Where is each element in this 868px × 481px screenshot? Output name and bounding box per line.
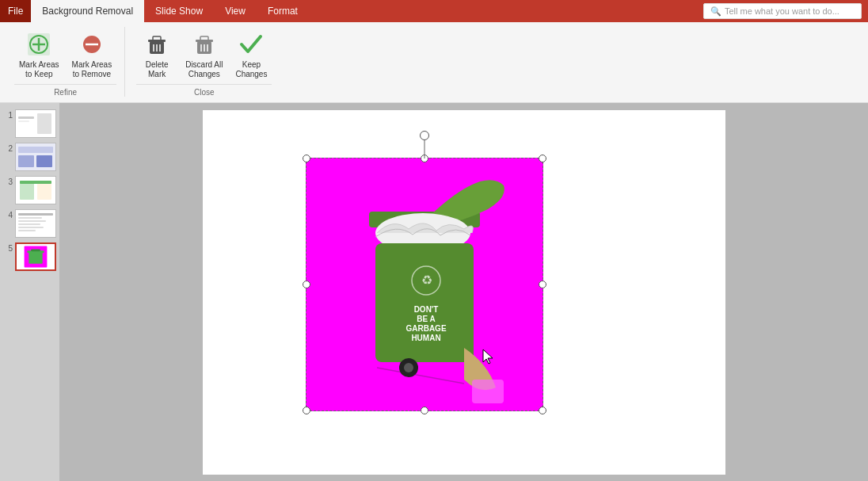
ribbon-group-close: DeleteMark Discard AllCha bbox=[125, 27, 280, 97]
slide-preview-4 bbox=[15, 209, 56, 238]
refine-buttons: Mark Areasto Keep Mark Areasto Remove bbox=[14, 27, 116, 84]
delete-mark-button[interactable]: DeleteMark bbox=[136, 27, 177, 84]
svg-rect-8 bbox=[153, 36, 161, 40]
discard-changes-button[interactable]: Discard AllChanges bbox=[181, 27, 227, 84]
tab-background-removal[interactable]: Background Removal bbox=[31, 0, 144, 22]
ribbon-content: Mark Areasto Keep Mark Areasto Remove Re… bbox=[0, 22, 868, 103]
mark-keep-label: Mark Areasto Keep bbox=[19, 60, 59, 79]
svg-rect-45 bbox=[375, 243, 474, 362]
tab-file[interactable]: File bbox=[0, 0, 31, 22]
keep-label: KeepChanges bbox=[235, 60, 267, 79]
slide-preview-2 bbox=[15, 143, 56, 171]
slide-preview-3 bbox=[15, 176, 56, 204]
slide-thumb-2[interactable]: 2 bbox=[3, 143, 56, 171]
svg-rect-19 bbox=[18, 116, 34, 119]
svg-line-55 bbox=[377, 368, 464, 384]
svg-rect-25 bbox=[36, 155, 52, 167]
ribbon-tabs: File Background Removal Slide Show View … bbox=[0, 0, 868, 22]
svg-rect-29 bbox=[20, 181, 51, 184]
svg-rect-33 bbox=[18, 220, 46, 222]
delete-mark-icon bbox=[143, 30, 171, 59]
ribbon: File Background Removal Slide Show View … bbox=[0, 0, 868, 103]
keep-icon bbox=[237, 30, 265, 59]
svg-point-53 bbox=[404, 363, 413, 372]
svg-rect-36 bbox=[18, 230, 36, 231]
refine-group-label: Refine bbox=[14, 84, 116, 98]
svg-rect-23 bbox=[18, 147, 53, 153]
svg-rect-21 bbox=[37, 113, 51, 134]
slides-panel: 1 2 3 bbox=[0, 103, 59, 481]
discard-label: Discard AllChanges bbox=[185, 60, 223, 79]
close-group-label: Close bbox=[136, 84, 272, 98]
slide-preview-5 bbox=[15, 242, 56, 271]
slide-thumb-4[interactable]: 4 bbox=[3, 209, 56, 238]
svg-rect-41 bbox=[31, 249, 40, 251]
ribbon-group-refine: Mark Areasto Keep Mark Areasto Remove Re… bbox=[6, 27, 125, 97]
svg-rect-39 bbox=[29, 251, 42, 263]
slide-thumb-1[interactable]: 1 bbox=[3, 109, 56, 138]
mark-areas-to-keep-button[interactable]: Mark Areasto Keep bbox=[14, 27, 64, 84]
mark-remove-icon bbox=[78, 30, 106, 59]
tab-slide-show[interactable]: Slide Show bbox=[144, 0, 214, 22]
search-icon: 🔍 bbox=[710, 6, 721, 17]
close-buttons: DeleteMark Discard AllCha bbox=[136, 27, 272, 84]
slide-preview-1 bbox=[15, 109, 56, 138]
mark-keep-icon bbox=[25, 30, 53, 59]
slide-thumb-5[interactable]: 5 bbox=[3, 242, 56, 271]
main-area: 1 2 3 bbox=[0, 103, 868, 481]
svg-text:DON'T: DON'T bbox=[413, 305, 438, 314]
search-box[interactable]: 🔍 Tell me what you want to do... bbox=[703, 3, 862, 19]
svg-text:HUMAN: HUMAN bbox=[411, 334, 440, 342]
delete-mark-label: DeleteMark bbox=[146, 60, 169, 79]
mark-areas-to-remove-button[interactable]: Mark Areasto Remove bbox=[67, 27, 117, 84]
tab-format[interactable]: Format bbox=[257, 0, 309, 22]
svg-text:BE A: BE A bbox=[417, 315, 436, 323]
slide-thumb-3[interactable]: 3 bbox=[3, 176, 56, 204]
slide-canvas: ♻ DON'T BE A GARBAGE HUMAN bbox=[203, 110, 725, 475]
svg-rect-54 bbox=[472, 380, 504, 403]
svg-rect-14 bbox=[200, 36, 208, 40]
svg-rect-32 bbox=[18, 217, 42, 219]
mark-remove-label: Mark Areasto Remove bbox=[72, 60, 112, 79]
canvas-area: ♻ DON'T BE A GARBAGE HUMAN bbox=[59, 103, 868, 481]
svg-text:♻: ♻ bbox=[421, 273, 432, 287]
svg-rect-35 bbox=[18, 227, 44, 228]
tab-view[interactable]: View bbox=[214, 0, 257, 22]
svg-rect-20 bbox=[18, 120, 29, 122]
svg-rect-34 bbox=[18, 223, 40, 225]
svg-text:GARBAGE: GARBAGE bbox=[405, 324, 446, 333]
keep-changes-button[interactable]: KeepChanges bbox=[230, 27, 272, 84]
svg-rect-24 bbox=[18, 155, 34, 167]
svg-rect-31 bbox=[18, 213, 53, 216]
image-container[interactable]: ♻ DON'T BE A GARBAGE HUMAN bbox=[306, 158, 543, 411]
discard-icon bbox=[190, 30, 219, 59]
image-magenta-bg: ♻ DON'T BE A GARBAGE HUMAN bbox=[306, 158, 543, 411]
